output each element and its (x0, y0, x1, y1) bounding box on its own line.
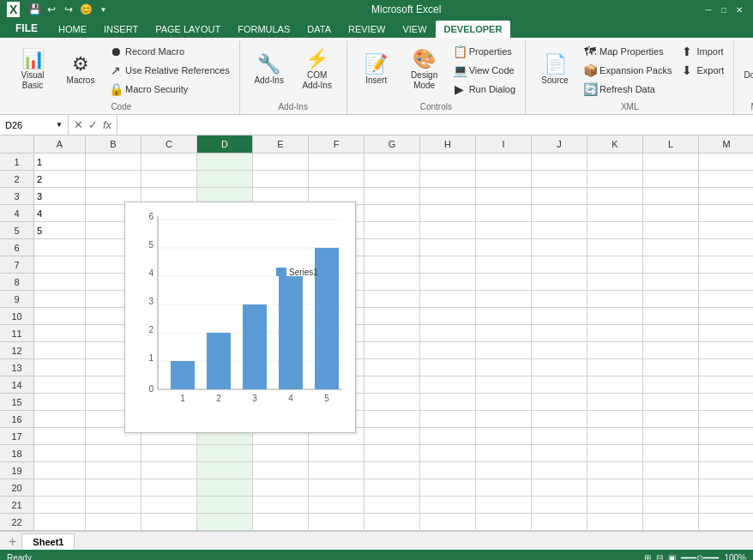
cell-M9[interactable] (699, 291, 753, 308)
col-header-A[interactable]: A (34, 135, 86, 153)
new-sheet-btn[interactable]: + (3, 534, 21, 550)
cell-H19[interactable] (420, 462, 476, 479)
cell-K6[interactable] (587, 239, 643, 256)
design-mode-button[interactable]: 🎨 DesignMode (402, 43, 447, 98)
row-header-2[interactable]: 2 (0, 171, 33, 188)
cell-I22[interactable] (476, 514, 532, 531)
cell-C18[interactable] (142, 445, 197, 462)
cell-K20[interactable] (587, 479, 643, 497)
row-header-3[interactable]: 3 (0, 188, 33, 205)
row-header-8[interactable]: 8 (0, 274, 33, 291)
cell-E21[interactable] (253, 497, 309, 514)
cell-A2[interactable]: 2 (34, 171, 86, 188)
cell-J6[interactable] (532, 239, 587, 256)
cell-M16[interactable] (699, 411, 753, 428)
cell-J3[interactable] (532, 188, 587, 205)
tab-page-layout[interactable]: PAGE LAYOUT (147, 21, 229, 38)
cell-J22[interactable] (532, 514, 587, 531)
tab-file[interactable]: FILE (3, 19, 50, 38)
cell-H5[interactable] (420, 222, 476, 239)
sheet-tab-sheet1[interactable]: Sheet1 (21, 533, 75, 550)
cell-A19[interactable] (34, 462, 86, 479)
cell-A16[interactable] (34, 411, 86, 428)
cell-J14[interactable] (532, 376, 587, 394)
document-panel-button[interactable]: 📌 DocumentPanel (741, 43, 753, 98)
cell-L15[interactable] (643, 394, 699, 411)
cell-H18[interactable] (420, 445, 476, 462)
cell-M20[interactable] (699, 479, 753, 497)
row-header-7[interactable]: 7 (0, 256, 33, 274)
insert-function-icon[interactable]: fx (101, 118, 113, 131)
cell-D20[interactable] (197, 479, 253, 497)
cell-G14[interactable] (364, 376, 420, 394)
cell-A12[interactable] (34, 342, 86, 359)
cell-G8[interactable] (364, 274, 420, 291)
cell-L2[interactable] (643, 171, 699, 188)
add-ins-button[interactable]: 🔧 Add-Ins (247, 43, 292, 98)
cell-K12[interactable] (587, 342, 643, 359)
cell-I10[interactable] (476, 308, 532, 325)
tab-formulas[interactable]: FORMULAS (229, 21, 298, 38)
cell-H10[interactable] (420, 308, 476, 325)
cell-K5[interactable] (587, 222, 643, 239)
cell-K9[interactable] (587, 291, 643, 308)
col-header-I[interactable]: I (476, 135, 532, 153)
cell-G4[interactable] (364, 205, 420, 222)
cell-A20[interactable] (34, 479, 86, 497)
cell-B1[interactable] (86, 154, 142, 171)
cell-I18[interactable] (476, 445, 532, 462)
cell-H1[interactable] (420, 154, 476, 171)
cell-G7[interactable] (364, 256, 420, 274)
cell-I16[interactable] (476, 411, 532, 428)
cell-M11[interactable] (699, 325, 753, 342)
row-header-12[interactable]: 12 (0, 342, 33, 359)
cell-I6[interactable] (476, 239, 532, 256)
use-relative-references-button[interactable]: ↗ Use Relative References (106, 62, 232, 79)
cell-A9[interactable] (34, 291, 86, 308)
cell-M18[interactable] (699, 445, 753, 462)
cell-M12[interactable] (699, 342, 753, 359)
cell-J11[interactable] (532, 325, 587, 342)
cell-F22[interactable] (309, 514, 364, 531)
com-add-ins-button[interactable]: ⚡ COMAdd-Ins (295, 43, 340, 98)
cell-L3[interactable] (643, 188, 699, 205)
col-header-G[interactable]: G (364, 135, 420, 153)
cell-K2[interactable] (587, 171, 643, 188)
cell-L12[interactable] (643, 342, 699, 359)
cell-B21[interactable] (86, 497, 142, 514)
tab-developer[interactable]: DEVELOPER (436, 21, 511, 38)
cell-G12[interactable] (364, 342, 420, 359)
cell-M21[interactable] (699, 497, 753, 514)
cell-A8[interactable] (34, 274, 86, 291)
cell-M15[interactable] (699, 394, 753, 411)
cell-L14[interactable] (643, 376, 699, 394)
cell-G2[interactable] (364, 171, 420, 188)
cell-G16[interactable] (364, 411, 420, 428)
col-header-L[interactable]: L (643, 135, 699, 153)
cell-K14[interactable] (587, 376, 643, 394)
cell-L16[interactable] (643, 411, 699, 428)
cell-F19[interactable] (309, 462, 364, 479)
redo-quick-btn[interactable]: ↪ (61, 2, 76, 17)
cell-A14[interactable] (34, 376, 86, 394)
cell-K17[interactable] (587, 428, 643, 445)
row-header-17[interactable]: 17 (0, 428, 33, 445)
cell-H20[interactable] (420, 479, 476, 497)
cell-H21[interactable] (420, 497, 476, 514)
cell-L5[interactable] (643, 222, 699, 239)
cell-M8[interactable] (699, 274, 753, 291)
cell-K19[interactable] (587, 462, 643, 479)
cell-A18[interactable] (34, 445, 86, 462)
cell-C19[interactable] (142, 462, 197, 479)
expansion-packs-button[interactable]: 📦 Expansion Packs (581, 62, 674, 79)
cell-M6[interactable] (699, 239, 753, 256)
cell-G10[interactable] (364, 308, 420, 325)
cell-L10[interactable] (643, 308, 699, 325)
cell-I5[interactable] (476, 222, 532, 239)
cell-L4[interactable] (643, 205, 699, 222)
cell-J20[interactable] (532, 479, 587, 497)
cell-I21[interactable] (476, 497, 532, 514)
cell-I1[interactable] (476, 154, 532, 171)
cell-A3[interactable]: 3 (34, 188, 86, 205)
cell-G1[interactable] (364, 154, 420, 171)
